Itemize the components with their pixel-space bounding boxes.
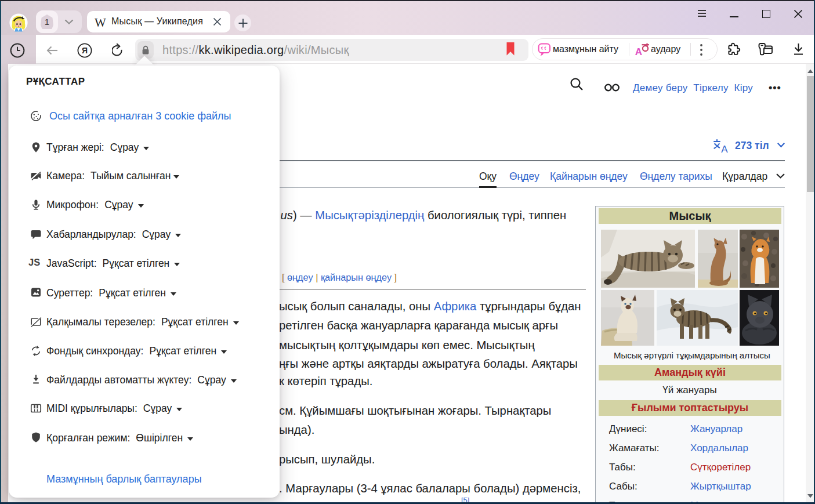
svg-text:A: A	[635, 46, 642, 57]
svg-text:A: A	[721, 144, 728, 153]
svg-text:Я: Я	[82, 46, 88, 55]
